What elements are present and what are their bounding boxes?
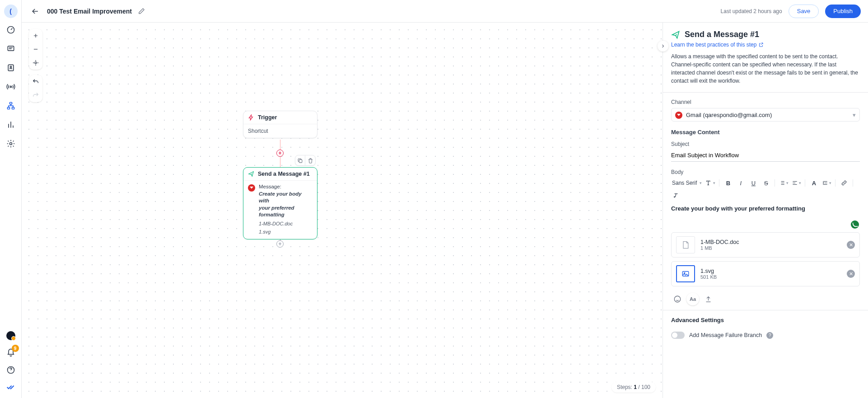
- trigger-node[interactable]: Trigger Shortcut: [243, 111, 317, 138]
- panel-description: Allows a message with the specified cont…: [671, 52, 860, 85]
- attachment-card: 1-MB-DOC.doc 1 MB ✕: [671, 232, 860, 258]
- file-image-icon: [676, 265, 695, 282]
- svg-point-14: [674, 296, 681, 302]
- svg-rect-1: [8, 46, 14, 51]
- notifications-badge: 9: [12, 345, 19, 352]
- bold-icon[interactable]: B: [723, 178, 733, 188]
- trigger-subtitle: Shortcut: [243, 124, 317, 138]
- channel-label: Channel: [671, 99, 860, 105]
- failure-branch-label: Add Message Failure Branch: [689, 332, 762, 338]
- send-attach-2: 1.svg: [259, 229, 313, 235]
- channel-value: Gmail (qarespondio@gmail.com): [686, 112, 772, 118]
- svg-rect-11: [299, 159, 302, 163]
- indent-icon[interactable]: ▾: [821, 178, 831, 188]
- top-bar: 000 Test Email Improvement Last updated …: [22, 0, 868, 23]
- workflow-canvas[interactable]: Trigger Shortcut Send a Message #1 Messa…: [22, 23, 663, 398]
- contacts-icon[interactable]: [6, 63, 15, 72]
- attachment-name: 1-MB-DOC.doc: [700, 239, 739, 245]
- send-attach-1: 1-MB-DOC.doc: [259, 220, 313, 227]
- broadcast-icon[interactable]: [6, 82, 15, 91]
- delete-node-icon[interactable]: [305, 155, 315, 165]
- gmail-icon: [675, 112, 682, 119]
- send-message-node[interactable]: Send a Message #1 Message: Create your b…: [243, 167, 317, 239]
- link-icon[interactable]: [839, 178, 849, 188]
- last-updated-text: Last updated 2 hours ago: [721, 8, 782, 14]
- brand-icon[interactable]: [6, 383, 15, 392]
- font-family-select[interactable]: Sans Serif▾: [671, 179, 703, 187]
- underline-icon[interactable]: U: [748, 178, 758, 188]
- svg-rect-6: [7, 107, 9, 109]
- message-content-heading: Message Content: [671, 129, 860, 136]
- emoji-icon[interactable]: [671, 293, 684, 305]
- workflows-icon[interactable]: [6, 101, 15, 110]
- panel-title: Send a Message #1: [685, 30, 759, 39]
- list-icon[interactable]: ▾: [779, 178, 789, 188]
- gmail-icon: [248, 184, 255, 192]
- attachment-name: 1.svg: [700, 268, 717, 274]
- svg-rect-5: [9, 103, 12, 104]
- trigger-title: Trigger: [258, 114, 277, 121]
- learn-link[interactable]: Learn the best practices of this step: [671, 42, 764, 48]
- duplicate-node-icon[interactable]: [295, 155, 305, 165]
- reports-icon[interactable]: [6, 120, 15, 129]
- subject-label: Subject: [671, 141, 860, 147]
- inbox-icon[interactable]: [6, 44, 15, 53]
- body-editor[interactable]: Create your body with your preferred for…: [671, 205, 860, 228]
- align-icon[interactable]: ▾: [791, 178, 801, 188]
- zoom-in-button[interactable]: [29, 29, 42, 42]
- file-doc-icon: [676, 236, 695, 253]
- svg-rect-7: [12, 107, 14, 109]
- send-msg-preview-2: your preferred formatting: [259, 205, 313, 219]
- publish-button[interactable]: Publish: [825, 5, 861, 18]
- failure-branch-toggle[interactable]: [671, 332, 685, 339]
- remove-attachment-icon[interactable]: ✕: [847, 270, 855, 278]
- attachment-size: 501 KB: [700, 274, 717, 280]
- external-link-icon: [758, 42, 764, 47]
- notifications-icon[interactable]: 9: [6, 348, 15, 357]
- dashboard-icon[interactable]: [6, 25, 15, 34]
- svg-point-10: [35, 62, 37, 64]
- edit-title-icon[interactable]: [138, 8, 145, 14]
- redo-button: [29, 89, 42, 102]
- clear-format-icon[interactable]: [671, 191, 681, 201]
- subject-input[interactable]: [671, 150, 860, 162]
- help-icon[interactable]: [6, 365, 15, 375]
- italic-icon[interactable]: I: [736, 178, 746, 188]
- help-tooltip-icon[interactable]: ?: [766, 332, 773, 339]
- strike-icon[interactable]: S: [761, 178, 771, 188]
- steps-counter: Steps: 1 / 100: [611, 382, 656, 393]
- lightning-icon: [248, 114, 254, 121]
- save-button[interactable]: Save: [789, 5, 819, 18]
- node-toolbar: [295, 155, 316, 166]
- attachment-card: 1.svg 501 KB ✕: [671, 261, 860, 286]
- send-node-title: Send a Message #1: [258, 171, 310, 177]
- left-nav-rail: ( 9: [0, 0, 22, 398]
- upload-icon[interactable]: [702, 293, 714, 305]
- properties-panel: Send a Message #1 Learn the best practic…: [663, 23, 868, 398]
- undo-button[interactable]: [29, 75, 42, 89]
- font-size-icon[interactable]: ▾: [705, 178, 715, 188]
- svg-point-8: [9, 143, 12, 145]
- collapse-panel-icon[interactable]: [658, 41, 668, 52]
- workflow-title: 000 Test Email Improvement: [47, 8, 132, 15]
- advanced-settings-heading: Advanced Settings: [671, 317, 860, 323]
- add-step-icon[interactable]: [276, 150, 284, 157]
- send-msg-label: Message:: [259, 183, 313, 191]
- send-msg-preview-1: Create your body with: [259, 191, 313, 205]
- svg-point-3: [10, 66, 11, 68]
- zoom-out-button[interactable]: [29, 42, 42, 56]
- attachment-size: 1 MB: [700, 245, 739, 251]
- svg-point-4: [10, 86, 11, 87]
- back-button[interactable]: [29, 5, 42, 18]
- text-color-icon[interactable]: A: [809, 178, 819, 188]
- fit-view-button[interactable]: [29, 56, 42, 70]
- body-label: Body: [671, 169, 860, 175]
- remove-attachment-icon[interactable]: ✕: [847, 241, 855, 249]
- settings-icon[interactable]: [6, 139, 15, 148]
- workspace-avatar[interactable]: (: [4, 5, 18, 18]
- add-step-end-icon[interactable]: [276, 240, 284, 248]
- grammarly-icon[interactable]: [851, 220, 859, 229]
- variable-icon[interactable]: Aa: [686, 293, 699, 305]
- status-indicator-icon[interactable]: [6, 331, 15, 340]
- channel-select[interactable]: Gmail (qarespondio@gmail.com) ▾: [671, 108, 860, 122]
